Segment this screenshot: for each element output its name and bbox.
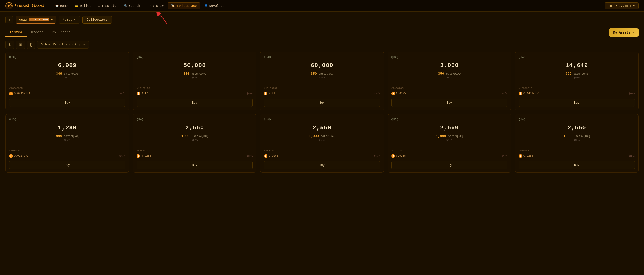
card-divider — [9, 145, 125, 145]
buy-button-9[interactable]: Buy — [519, 161, 635, 169]
card-5: QUAQ 1,280 999 sats/QUAQ $N/A #10354691 … — [6, 114, 129, 173]
card-usd: $N/A — [392, 76, 508, 79]
logo[interactable]: Fractal Bitcoin — [6, 2, 47, 9]
nav-label-developer: Developer — [209, 4, 226, 8]
card-btc-usd: $N/A — [247, 92, 252, 95]
toolbar: ↻ ▦ {} Price: From Low to High ▾ — [0, 37, 644, 51]
card-0: QUAQ 6,969 349 sats/QUAQ $N/A #10285395 … — [6, 51, 129, 110]
buy-button-3[interactable]: Buy — [392, 99, 508, 107]
filter-bar: ⌂ quaq brc20 5-byte ▾ Names ▾ Collection… — [0, 12, 644, 26]
nav-label-wallet: Wallet — [80, 4, 91, 8]
my-assets-button[interactable]: My Assets ▾ — [609, 28, 638, 37]
card-unit: sats/QUAQ — [64, 135, 79, 138]
code-view-button[interactable]: {} — [27, 41, 36, 49]
card-footer: ₿ 0.21 $N/A — [264, 92, 380, 95]
card-price: 1,000 — [309, 134, 319, 138]
refresh-button[interactable]: ↻ — [6, 40, 14, 49]
buy-button-5[interactable]: Buy — [9, 161, 125, 169]
card-id: #10309317 — [519, 87, 635, 90]
nav-label-brc20: brc-20 — [152, 4, 164, 8]
buy-button-2[interactable]: Buy — [264, 99, 380, 107]
sort-button[interactable]: Price: From Low to High ▾ — [37, 41, 89, 49]
tab-orders[interactable]: Orders — [26, 28, 48, 37]
nav-item-brc20[interactable]: {} brc-20 — [144, 3, 167, 9]
card-btc-price: ₿ 0.0256 — [392, 154, 406, 158]
nav-label-search: Search — [129, 4, 140, 8]
card-price-row: 349 sats/QUAQ $N/A — [9, 71, 125, 80]
btc-amount: 0.02432181 — [14, 92, 30, 95]
card-7: QUAQ 2,560 1,000 sats/QUAQ $N/A #9891497… — [260, 114, 384, 173]
card-2: QUAQ 60,000 350 sats/QUAQ $N/A #10130297… — [260, 51, 384, 110]
card-btc-usd: $N/A — [120, 155, 125, 157]
card-id: #9891483 — [519, 149, 635, 152]
nav-item-wallet[interactable]: 💳 Wallet — [72, 3, 94, 9]
tab-my-orders[interactable]: My Orders — [48, 28, 75, 37]
bar-chart-icon: ▦ — [19, 42, 22, 47]
card-unit: sats/QUAQ — [191, 72, 206, 76]
card-label: QUAQ — [392, 118, 508, 121]
card-divider — [264, 83, 380, 83]
card-footer: ₿ 0.0256 $N/A — [264, 154, 380, 158]
card-unit: sats/QUAQ — [318, 72, 333, 76]
card-unit: sats/QUAQ — [576, 135, 590, 138]
card-price: 1,000 — [563, 134, 574, 138]
btc-icon: ₿ — [264, 154, 268, 158]
logo-icon — [6, 2, 12, 9]
nav-item-search[interactable]: 🔍 Search — [121, 3, 143, 9]
buy-button-7[interactable]: Buy — [264, 161, 380, 169]
card-btc-price: ₿ 0.0256 — [519, 154, 533, 158]
wallet-icon: 💳 — [75, 4, 78, 8]
nav-item-marketplace[interactable]: 🏷️ Marketplace — [168, 2, 200, 9]
names-label: Names — [63, 18, 72, 21]
card-label: QUAQ — [264, 118, 380, 121]
card-id: #10354691 — [9, 149, 125, 152]
card-amount: 1,280 — [9, 123, 125, 132]
card-divider — [519, 83, 635, 83]
token-dropdown[interactable]: quaq brc20 5-byte ▾ — [16, 16, 56, 24]
names-dropdown[interactable]: Names ▾ — [59, 16, 80, 24]
cards-grid: QUAQ 6,969 349 sats/QUAQ $N/A #10285395 … — [6, 51, 638, 173]
buy-button-1[interactable]: Buy — [136, 99, 252, 107]
buy-button-6[interactable]: Buy — [136, 161, 252, 169]
tab-listed[interactable]: Listed — [6, 28, 26, 37]
card-price-row: 350 sats/QUAQ $N/A — [136, 71, 252, 80]
my-assets-label: My Assets ▾ — [613, 31, 634, 34]
refresh-icon: ↻ — [8, 42, 11, 47]
card-amount: 2,560 — [136, 123, 252, 132]
bar-chart-button[interactable]: ▦ — [16, 40, 25, 49]
nav-item-inscribe[interactable]: ✏️ Inscribe — [95, 3, 120, 9]
token-type-badge: brc20 5-byte — [28, 18, 49, 21]
card-btc-price: ₿ 0.175 — [136, 92, 150, 95]
brc20-icon: {} — [147, 4, 151, 7]
card-btc-usd: $N/A — [501, 155, 507, 157]
nav-item-home[interactable]: 🏠 Home — [52, 3, 71, 9]
card-footer: ₿ 0.14634351 $N/A — [519, 92, 635, 95]
wallet-connect-button[interactable]: bc1p5...0jggg ▾ — [604, 2, 638, 9]
buy-button-8[interactable]: Buy — [392, 161, 508, 169]
inscribe-icon: ✏️ — [98, 4, 100, 8]
sort-label: Price: From Low to High — [41, 43, 81, 46]
cards-container: QUAQ 6,969 349 sats/QUAQ $N/A #10285395 … — [0, 51, 644, 178]
tabs-row: Listed Orders My Orders My Assets ▾ — [0, 26, 644, 37]
home-icon: 🏠 — [55, 4, 59, 8]
card-btc-usd: $N/A — [501, 92, 507, 95]
card-price-row: 999 sats/QUAQ $N/A — [519, 71, 635, 80]
card-id: #10285395 — [9, 87, 125, 90]
card-btc-price: ₿ 0.02432181 — [9, 92, 30, 95]
collections-button[interactable]: Collections — [82, 16, 112, 24]
card-btc-price: ₿ 0.0127872 — [9, 154, 28, 158]
home-filter-button[interactable]: ⌂ — [6, 16, 13, 23]
card-amount: 2,560 — [264, 123, 380, 132]
card-divider — [136, 83, 252, 83]
card-unit: sats/QUAQ — [448, 135, 463, 138]
btc-amount: 0.14634351 — [524, 92, 540, 95]
card-price: 350 — [438, 72, 444, 76]
nav-item-developer[interactable]: 👤 Developer — [201, 3, 230, 9]
buy-button-4[interactable]: Buy — [519, 99, 635, 107]
card-label: QUAQ — [519, 56, 635, 59]
card-usd: $N/A — [136, 139, 252, 141]
wallet-address: bc1p5...0jggg ▾ — [608, 4, 635, 8]
collections-label: Collections — [87, 18, 108, 21]
buy-button-0[interactable]: Buy — [9, 99, 125, 107]
card-price: 999 — [56, 134, 62, 138]
